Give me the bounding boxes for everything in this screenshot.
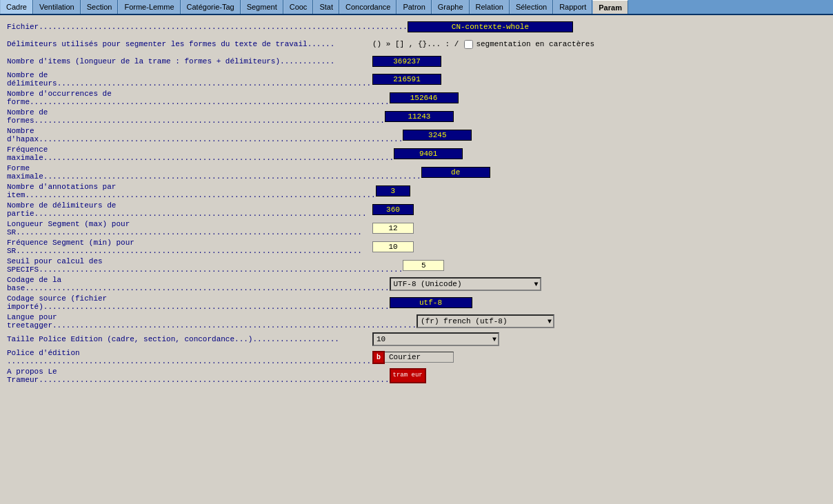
langue-row: Langue pour treetagger..................… (7, 313, 826, 330)
forme-max-label: Forme maximale..........................… (7, 164, 421, 181)
nombre-occurrences-row: Nombre d'occurrences de forme...........… (7, 90, 826, 106)
nombre-items-label: Nombre d'items (longueur de la trame : f… (7, 57, 372, 65)
langue-label: Langue pour treetagger..................… (7, 313, 417, 330)
nombre-delimiteurs-field: 216591 (372, 74, 441, 85)
frequence-segment-field[interactable]: 10 (372, 241, 414, 252)
delimiteurs-partie-field: 360 (372, 204, 414, 215)
police-edition-row: Police d'édition .......................… (7, 349, 826, 365)
codage-source-label: Codage source (fichier importé).........… (7, 294, 390, 311)
nombre-formes-row: Nombre de formes........................… (7, 108, 826, 125)
tab-relation[interactable]: Relation (470, 0, 510, 14)
nombre-hapax-row: Nombre d'hapax..........................… (7, 127, 826, 143)
taille-police-select[interactable]: 10 8 9 11 12 14 (374, 334, 498, 345)
longueur-segment-row: Longueur Segment (max) pour SR..........… (7, 220, 826, 236)
nombre-formes-field: 11243 (385, 111, 454, 122)
delimiteurs-value: () » [] , {}... : / segmentation en cara… (372, 40, 594, 49)
forme-max-field: de (421, 167, 490, 178)
police-edition-value: b Courier (372, 351, 454, 364)
police-edition-name-field: Courier (385, 352, 454, 363)
tab-stat[interactable]: Stat (313, 0, 339, 14)
segmentation-checkbox-area: segmentation en caractères (464, 40, 594, 49)
frequence-max-field: 9401 (394, 148, 463, 159)
longueur-segment-field[interactable]: 12 (372, 223, 414, 234)
police-edition-icon[interactable]: b (372, 351, 385, 364)
tab-cooc[interactable]: Cooc (283, 0, 314, 14)
codage-base-row: Codage de la base.......................… (7, 276, 826, 292)
nombre-hapax-field: 3245 (403, 130, 472, 141)
tab-rapport[interactable]: Rapport (553, 0, 592, 14)
fichier-field: CN-contexte-whole (408, 21, 573, 32)
apropos-label: A propos Le Trameur.....................… (7, 367, 390, 384)
police-edition-label: Police d'édition .......................… (7, 349, 372, 365)
tab-section[interactable]: Section (81, 0, 119, 14)
frequence-segment-label: Fréquence Segment (min) pour SR.........… (7, 239, 372, 255)
delimiteurs-row: Délimiteurs utilisés pour segmenter les … (7, 37, 826, 52)
nombre-formes-label: Nombre de formes........................… (7, 108, 385, 125)
annotations-row: Nombre d'annotations par item...........… (7, 183, 826, 199)
langue-select-wrapper: (fr) french (utf-8) (en) english (utf-8)… (417, 314, 554, 328)
taille-police-label: Taille Police Edition (cadre, section, c… (7, 335, 372, 343)
codage-source-row: Codage source (fichier importé).........… (7, 294, 826, 311)
police-edition-icon-label: b (377, 354, 381, 361)
frequence-max-row: Fréquence maximale......................… (7, 145, 826, 162)
delimiteurs-label: Délimiteurs utilisés pour segmenter les … (7, 40, 372, 48)
seuil-label: Seuil pour calcul des SPECIFS...........… (7, 257, 403, 274)
fichier-value: CN-contexte-whole (408, 21, 573, 32)
nombre-delimiteurs-label: Nombre de délimiteurs...................… (7, 71, 372, 88)
nombre-hapax-label: Nombre d'hapax..........................… (7, 127, 403, 143)
taille-police-row: Taille Police Edition (cadre, section, c… (7, 332, 826, 347)
taille-police-select-wrapper: 10 8 9 11 12 14 ▼ (372, 332, 499, 346)
segmentation-checkbox[interactable] (464, 40, 473, 49)
annotations-label: Nombre d'annotations par item...........… (7, 183, 376, 199)
tab-patron[interactable]: Patron (397, 0, 431, 14)
delimiteurs-partie-label: Nombre de délimiteurs de partie.........… (7, 201, 372, 218)
apropos-button[interactable]: tram eur (390, 368, 426, 383)
tab-param[interactable]: Param (592, 0, 628, 14)
codage-base-arrow-icon: ▼ (534, 281, 538, 288)
codage-source-field: utf-8 (390, 297, 472, 308)
apropos-icon-text: tram eur (393, 372, 423, 379)
tab-selection[interactable]: Sélection (510, 0, 553, 14)
segmentation-label: segmentation en caractères (476, 40, 594, 48)
annotations-field: 3 (376, 185, 410, 196)
tab-cadre[interactable]: Cadre (0, 0, 33, 14)
tab-forme-lemme[interactable]: Forme-Lemme (118, 0, 180, 14)
tab-segment[interactable]: Segment (241, 0, 283, 14)
nombre-occurrences-label: Nombre d'occurrences de forme...........… (7, 90, 390, 106)
frequence-max-label: Fréquence maximale......................… (7, 145, 394, 162)
codage-base-label: Codage de la base.......................… (7, 276, 390, 292)
tab-concordance[interactable]: Concordance (339, 0, 397, 14)
delimiteurs-partie-row: Nombre de délimiteurs de partie.........… (7, 201, 826, 218)
nombre-items-field: 369237 (372, 56, 441, 67)
nombre-occurrences-field: 152646 (390, 92, 459, 103)
seuil-field[interactable]: 5 (403, 260, 444, 271)
fichier-label: Fichier.................................… (7, 23, 408, 31)
main-panel: Fichier.................................… (0, 15, 833, 390)
codage-base-select[interactable]: UTF-8 (Unicode) ISO-8859-1 (Latin-1) ASC… (391, 279, 515, 290)
forme-max-row: Forme maximale..........................… (7, 164, 826, 181)
nombre-items-row: Nombre d'items (longueur de la trame : f… (7, 54, 826, 69)
langue-arrow-icon: ▼ (548, 318, 552, 325)
tab-categorie-tag[interactable]: Catégorie-Tag (181, 0, 241, 14)
nombre-delimiteurs-row: Nombre de délimiteurs...................… (7, 71, 826, 88)
tab-ventilation[interactable]: Ventilation (33, 0, 81, 14)
fichier-row: Fichier.................................… (7, 19, 826, 34)
seuil-row: Seuil pour calcul des SPECIFS...........… (7, 257, 826, 274)
langue-select[interactable]: (fr) french (utf-8) (en) english (utf-8)… (418, 316, 542, 327)
tab-bar: Cadre Ventilation Section Forme-Lemme Ca… (0, 0, 833, 15)
frequence-segment-row: Fréquence Segment (min) pour SR.........… (7, 239, 826, 255)
apropos-row: A propos Le Trameur.....................… (7, 367, 826, 384)
longueur-segment-label: Longueur Segment (max) pour SR..........… (7, 220, 372, 236)
codage-base-select-wrapper: UTF-8 (Unicode) ISO-8859-1 (Latin-1) ASC… (390, 277, 541, 291)
delimiteurs-field: () » [] , {}... : / (372, 40, 459, 48)
tab-graphe[interactable]: Graphe (432, 0, 470, 14)
